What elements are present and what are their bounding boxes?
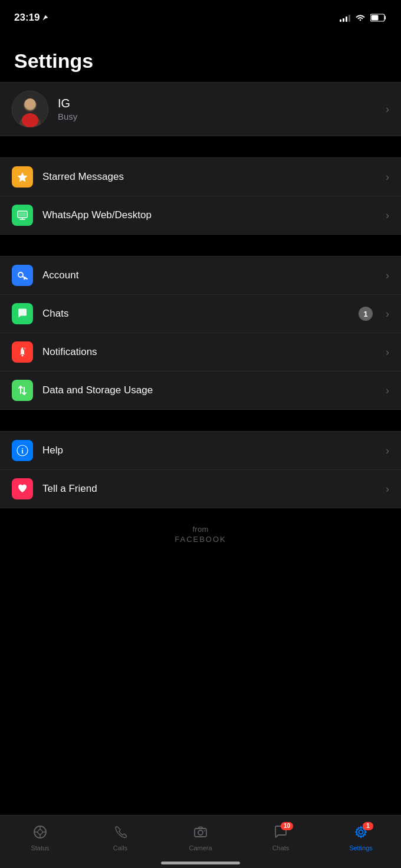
page-title-area: Settings — [0, 32, 401, 82]
svg-point-35 — [359, 830, 363, 834]
star-icon — [17, 171, 28, 183]
tab-chats-icon: 10 — [273, 824, 288, 842]
tab-camera[interactable]: Camera — [160, 824, 241, 851]
data-transfer-icon — [17, 384, 28, 396]
wifi-icon — [355, 14, 366, 22]
help-chevron: › — [386, 445, 389, 457]
tab-chats-label: Chats — [272, 844, 290, 851]
whatsapp-web-item[interactable]: WhatsApp Web/Desktop › — [0, 196, 401, 234]
time-display: 23:19 — [14, 12, 40, 24]
svg-point-33 — [198, 830, 203, 835]
account-label: Account — [42, 269, 381, 281]
whatsapp-web-icon-bg — [12, 205, 33, 226]
data-storage-chevron: › — [386, 384, 389, 397]
chats-label: Chats — [42, 308, 359, 320]
section-gap-1 — [0, 136, 401, 157]
tell-friend-icon-bg — [12, 478, 33, 499]
tab-calls-icon — [113, 824, 128, 842]
main-settings-section: Account › Chats 1 › — [0, 256, 401, 410]
svg-point-18 — [22, 355, 24, 357]
svg-point-6 — [22, 113, 38, 127]
status-icons — [340, 14, 387, 22]
profile-status: Busy — [58, 111, 381, 121]
profile-name: IG — [58, 97, 381, 110]
account-icon-bg — [12, 265, 33, 286]
svg-point-34 — [204, 830, 205, 831]
chats-badge: 1 — [359, 307, 373, 321]
phone-icon — [113, 824, 128, 840]
whatsapp-web-label: WhatsApp Web/Desktop — [42, 209, 381, 221]
profile-chevron: › — [386, 103, 389, 116]
status-time: 23:19 — [14, 12, 49, 24]
tab-calls[interactable]: Calls — [80, 824, 160, 851]
facebook-text: FACEBOOK — [0, 535, 401, 544]
tab-status[interactable]: Status — [0, 824, 80, 851]
data-storage-label: Data and Storage Usage — [42, 384, 381, 396]
from-text: from — [0, 525, 401, 534]
tell-friend-label: Tell a Friend — [42, 483, 381, 495]
chats-item[interactable]: Chats 1 › — [0, 295, 401, 333]
svg-point-8 — [25, 98, 35, 109]
tab-settings-icon: 1 — [353, 824, 369, 842]
location-arrow-icon — [42, 14, 49, 21]
page-title: Settings — [14, 50, 387, 73]
svg-point-27 — [38, 830, 42, 834]
status-icon — [32, 824, 48, 840]
camera-icon — [193, 824, 208, 840]
tell-friend-item[interactable]: Tell a Friend › — [0, 470, 401, 508]
data-storage-item[interactable]: Data and Storage Usage › — [0, 371, 401, 409]
help-label: Help — [42, 445, 381, 456]
home-indicator — [161, 862, 240, 864]
monitor-icon — [17, 209, 28, 221]
status-bar: 23:19 — [0, 0, 401, 32]
starred-messages-label: Starred Messages — [42, 171, 381, 183]
profile-row[interactable]: IG Busy › — [0, 83, 401, 136]
support-section: i Help › Tell a Friend › — [0, 431, 401, 508]
data-storage-icon-bg — [12, 380, 33, 401]
chat-bubble-icon — [17, 308, 28, 320]
signal-icon — [340, 14, 350, 22]
tab-settings[interactable]: 1 Settings — [321, 824, 401, 851]
svg-marker-9 — [18, 172, 28, 182]
starred-messages-chevron: › — [386, 171, 389, 183]
notifications-chevron: › — [386, 346, 389, 359]
tab-camera-label: Camera — [189, 844, 212, 851]
help-icon-bg: i — [12, 440, 33, 461]
help-item[interactable]: i Help › — [0, 432, 401, 470]
starred-messages-icon — [12, 166, 33, 188]
starred-messages-item[interactable]: Starred Messages › — [0, 158, 401, 196]
tab-calls-label: Calls — [113, 844, 127, 851]
tab-chats[interactable]: 10 Chats — [241, 824, 321, 851]
notifications-item[interactable]: Notifications › — [0, 333, 401, 371]
profile-info: IG Busy — [58, 97, 381, 121]
section-gap-3 — [0, 410, 401, 431]
svg-point-21 — [24, 347, 26, 350]
avatar — [12, 91, 48, 127]
tab-status-icon — [32, 824, 48, 842]
svg-text:i: i — [21, 446, 24, 455]
section-gap-2 — [0, 235, 401, 256]
tab-settings-label: Settings — [349, 844, 373, 851]
tab-bar: Status Calls Camera 10 Chats — [0, 815, 401, 868]
heart-icon — [17, 483, 28, 495]
svg-point-19 — [22, 348, 23, 349]
key-icon — [17, 269, 28, 281]
bell-icon — [17, 346, 28, 358]
tab-settings-badge: 1 — [363, 822, 373, 830]
profile-section: IG Busy › — [0, 82, 401, 136]
account-item[interactable]: Account › — [0, 257, 401, 295]
svg-rect-1 — [372, 15, 379, 21]
svg-rect-11 — [19, 212, 26, 216]
account-chevron: › — [386, 269, 389, 282]
info-icon: i — [17, 445, 28, 456]
chats-badge-area: 1 › — [359, 307, 389, 321]
tab-camera-icon — [193, 824, 208, 842]
tab-chats-badge: 10 — [281, 822, 293, 830]
notifications-label: Notifications — [42, 346, 381, 358]
facebook-branding: from FACEBOOK — [0, 508, 401, 553]
battery-icon — [370, 14, 387, 22]
utilities-section: Starred Messages › WhatsApp Web/Desktop … — [0, 157, 401, 235]
tell-friend-chevron: › — [386, 483, 389, 495]
notifications-icon-bg — [12, 341, 33, 363]
svg-rect-32 — [195, 828, 206, 837]
